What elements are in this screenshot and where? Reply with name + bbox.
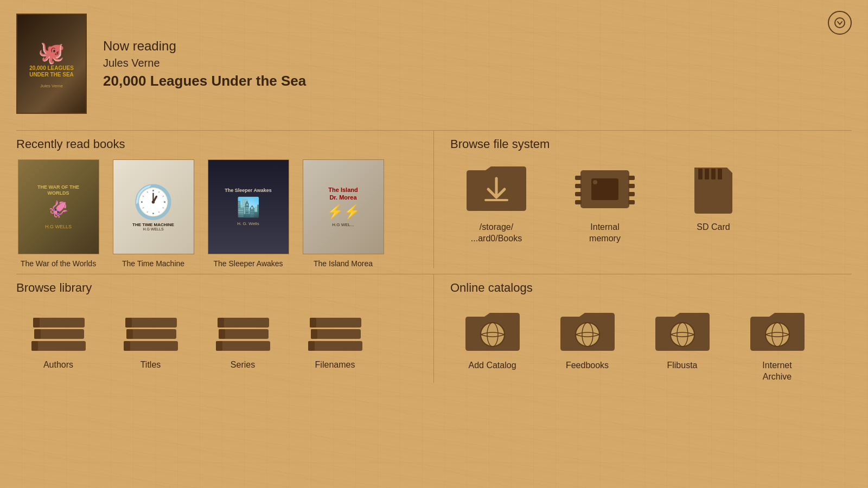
svg-rect-15 bbox=[718, 169, 722, 179]
svg-point-48 bbox=[765, 323, 789, 346]
online-catalogs-section: Online catalogs bbox=[434, 274, 852, 383]
svg-rect-37 bbox=[311, 329, 317, 339]
internal-memory-icon bbox=[567, 159, 643, 219]
fs-label-storage: /storage/...ard0/Books bbox=[471, 222, 522, 245]
book-item-sleeper[interactable]: The Sleeper Awakes 🏙️ H. G. Wells The Sl… bbox=[206, 159, 290, 268]
book-cover-wow: THE WAR OF THEWORLDS 🦑 H.G WELLS bbox=[18, 159, 99, 254]
svg-rect-39 bbox=[310, 318, 316, 328]
book-item-time-machine[interactable]: 🕐 THE TIME MACHINE H.G WELLS The Time Ma… bbox=[111, 159, 195, 268]
library-label-filenames: Filenames bbox=[315, 360, 355, 370]
now-reading-label: Now reading bbox=[103, 38, 306, 54]
library-label-authors: Authors bbox=[43, 360, 73, 370]
svg-rect-13 bbox=[705, 169, 709, 179]
recently-read-header: Recently read books bbox=[16, 131, 423, 159]
svg-rect-22 bbox=[124, 341, 178, 351]
library-label-titles: Titles bbox=[141, 360, 161, 370]
svg-rect-24 bbox=[126, 329, 176, 339]
svg-rect-8 bbox=[628, 192, 635, 196]
svg-rect-26 bbox=[125, 318, 177, 328]
svg-rect-34 bbox=[308, 341, 362, 351]
catalog-item-add[interactable]: Add Catalog bbox=[450, 303, 534, 371]
fs-grid: /storage/...ard0/Books bbox=[450, 159, 852, 245]
feedbooks-icon bbox=[552, 303, 623, 357]
library-item-series[interactable]: Series bbox=[201, 303, 285, 370]
browse-library-section: Browse library bbox=[16, 274, 434, 383]
svg-point-11 bbox=[593, 180, 597, 184]
svg-rect-33 bbox=[218, 318, 224, 328]
titles-icon bbox=[116, 303, 186, 357]
svg-rect-2 bbox=[575, 176, 582, 180]
svg-rect-38 bbox=[310, 318, 361, 328]
book-cover-tm: 🕐 THE TIME MACHINE H.G WELLS bbox=[113, 159, 194, 254]
svg-rect-27 bbox=[125, 318, 132, 328]
dropdown-button[interactable] bbox=[828, 11, 852, 35]
svg-rect-20 bbox=[33, 318, 85, 328]
catalog-item-internet-archive[interactable]: InternetArchive bbox=[735, 303, 819, 383]
svg-rect-17 bbox=[31, 341, 38, 351]
book-cover-im: The IslandDr. Morea ⚡⚡ H.G WEL... bbox=[303, 159, 384, 254]
series-icon bbox=[208, 303, 278, 357]
catalog-label-add: Add Catalog bbox=[468, 360, 516, 371]
book-title-im: The Island Morea bbox=[314, 259, 373, 268]
filenames-icon bbox=[300, 303, 371, 357]
svg-rect-21 bbox=[33, 318, 40, 328]
library-item-authors[interactable]: Authors bbox=[16, 303, 100, 370]
book-title-tm: The Time Machine bbox=[122, 259, 184, 268]
now-reading-info: Now reading Jules Verne 20,000 Leagues U… bbox=[103, 38, 306, 89]
svg-rect-6 bbox=[628, 176, 635, 180]
book-title-sa: The Sleeper Awakes bbox=[213, 259, 283, 268]
svg-rect-4 bbox=[575, 192, 582, 196]
now-reading-title: 20,000 Leagues Under the Sea bbox=[103, 73, 306, 89]
book-item-war-of-worlds[interactable]: THE WAR OF THEWORLDS 🦑 H.G WELLS The War… bbox=[16, 159, 100, 268]
svg-rect-23 bbox=[124, 341, 130, 351]
book-item-island[interactable]: The IslandDr. Morea ⚡⚡ H.G WEL... The Is… bbox=[301, 159, 385, 268]
svg-rect-29 bbox=[216, 341, 222, 351]
svg-point-0 bbox=[835, 18, 845, 28]
catalog-item-feedbooks[interactable]: Feedbooks bbox=[545, 303, 629, 371]
catalog-label-internet-archive: InternetArchive bbox=[762, 360, 792, 383]
svg-point-44 bbox=[576, 323, 599, 346]
browse-fs-panel: Browse file system /storage/...ard0/Book… bbox=[434, 131, 852, 268]
internet-archive-icon bbox=[742, 303, 813, 357]
recently-read-panel: Recently read books THE WAR OF THEWORLDS… bbox=[16, 131, 434, 268]
flibusta-icon bbox=[647, 303, 718, 357]
svg-rect-19 bbox=[34, 329, 41, 339]
download-folder-icon bbox=[458, 159, 534, 219]
now-reading-section: 🐙 20,000 LEAGUES UNDER THE SEA Jules Ver… bbox=[16, 11, 852, 114]
current-book-cover[interactable]: 🐙 20,000 LEAGUES UNDER THE SEA Jules Ver… bbox=[16, 14, 87, 114]
fs-item-internal[interactable]: Internalmemory bbox=[559, 159, 651, 245]
svg-rect-30 bbox=[219, 329, 269, 339]
svg-rect-32 bbox=[218, 318, 269, 328]
catalog-item-flibusta[interactable]: Flibusta bbox=[640, 303, 724, 371]
add-catalog-icon bbox=[457, 303, 528, 357]
now-reading-author: Jules Verne bbox=[103, 57, 306, 69]
authors-icon bbox=[23, 303, 94, 357]
book-title-wow: The War of the Worlds bbox=[21, 259, 96, 268]
library-items: Authors Titles bbox=[16, 303, 423, 370]
svg-rect-14 bbox=[711, 169, 716, 179]
svg-rect-36 bbox=[311, 329, 361, 339]
svg-rect-18 bbox=[34, 329, 84, 339]
fs-item-storage[interactable]: /storage/...ard0/Books bbox=[450, 159, 542, 245]
svg-rect-35 bbox=[308, 341, 315, 351]
fs-label-sdcard: SD Card bbox=[697, 222, 730, 233]
bottom-grid: Browse library bbox=[16, 274, 852, 383]
sd-card-icon bbox=[675, 159, 751, 219]
svg-point-40 bbox=[481, 323, 505, 346]
browse-library-header: Browse library bbox=[16, 274, 423, 303]
library-item-titles[interactable]: Titles bbox=[108, 303, 193, 370]
catalog-label-flibusta: Flibusta bbox=[667, 360, 697, 371]
svg-point-46 bbox=[671, 323, 694, 346]
main-grid: Recently read books THE WAR OF THEWORLDS… bbox=[16, 130, 852, 268]
catalog-label-feedbooks: Feedbooks bbox=[566, 360, 609, 371]
svg-rect-7 bbox=[628, 184, 635, 188]
svg-rect-5 bbox=[575, 200, 582, 204]
fs-item-sdcard[interactable]: SD Card bbox=[667, 159, 760, 233]
svg-rect-3 bbox=[575, 184, 582, 188]
books-row: THE WAR OF THEWORLDS 🦑 H.G WELLS The War… bbox=[16, 159, 423, 268]
book-cover-sa: The Sleeper Awakes 🏙️ H. G. Wells bbox=[208, 159, 289, 254]
library-item-filenames[interactable]: Filenames bbox=[293, 303, 377, 370]
svg-rect-9 bbox=[628, 200, 635, 204]
browse-fs-header: Browse file system bbox=[450, 131, 852, 159]
svg-rect-28 bbox=[216, 341, 270, 351]
